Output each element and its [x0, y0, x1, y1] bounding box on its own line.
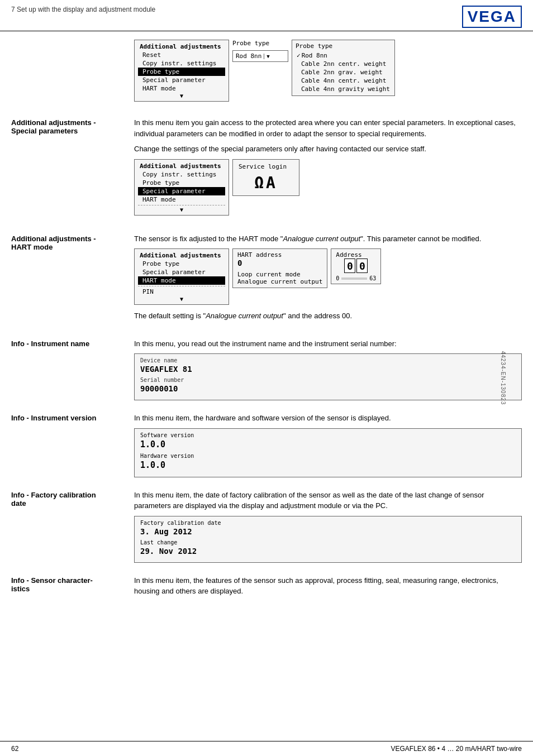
service-login-box: Service login ΩA — [232, 159, 299, 196]
cal-box: Factory calibration date 3. Aug 2012 Las… — [134, 516, 522, 563]
service-menu-special[interactable]: Special parameter — [138, 187, 225, 195]
main-content: Additional adjustments Reset Copy instr.… — [0, 31, 533, 622]
instrument-name-p1: In this menu, you read out the instrumen… — [134, 338, 522, 350]
hart-menu-pin[interactable]: PIN — [138, 288, 225, 296]
side-doc-number: 44234-EN-130823 — [500, 351, 506, 405]
address-digit-0: 0 — [344, 259, 355, 273]
hart-label-line2: HART mode — [11, 243, 126, 251]
hart-menu-arrow: ▼ — [138, 296, 225, 302]
address-digits: 0 0 — [336, 259, 376, 273]
hart-address-box: HART address 0 Loop current mode Analogu… — [232, 248, 327, 288]
service-menu-arrow: ▼ — [138, 207, 225, 213]
instrument-name-body: In this menu, you read out the instrumen… — [134, 338, 522, 401]
menu-item-special[interactable]: Special parameter — [138, 76, 225, 84]
cal-date-label: Factory calibration date — [140, 520, 516, 526]
special-params-label-line1: Additional adjustments - — [11, 118, 126, 127]
address-slider[interactable]: 0 63 — [336, 275, 376, 281]
special-params-p2: Change the settings of the special param… — [134, 143, 522, 155]
menu-item-probe[interactable]: Probe type — [138, 68, 225, 76]
menu-item-reset[interactable]: Reset — [138, 51, 225, 59]
slider-track[interactable] — [341, 277, 367, 280]
service-menu-divider — [138, 205, 225, 205]
device-name-value: VEGAFLEX 81 — [140, 365, 516, 374]
serial-label: Serial number — [140, 377, 516, 383]
page-header: 7 Set up with the display and adjustment… — [0, 0, 533, 31]
factory-cal-body: In this menu item, the date of factory c… — [134, 490, 522, 563]
probe-type-ui-group: Additional adjustments Reset Copy instr.… — [134, 40, 522, 102]
hart-menu-hart[interactable]: HART mode — [138, 276, 225, 285]
dropdown-value: Rod 8nn — [236, 52, 261, 60]
hart-ui-group: Additional adjustments Probe type Specia… — [134, 248, 522, 305]
factory-cal-label: Info - Factory calibration date — [11, 490, 134, 508]
service-menu-title: Additional adjustments — [138, 162, 225, 170]
sensor-char-label-line1: Info - Sensor character- — [11, 576, 126, 585]
footer-product: VEGAFLEX 86 • 4 … 20 mA/HART two-wire — [391, 745, 522, 753]
device-box: Device name VEGAFLEX 81 Serial number 90… — [134, 353, 522, 400]
special-params-label: Additional adjustments - Special paramet… — [11, 117, 134, 135]
special-params-section: Additional adjustments - Special paramet… — [11, 117, 522, 221]
hart-menu-box: Additional adjustments Probe type Specia… — [134, 248, 229, 305]
hart-note: The default setting is "Analogue current… — [134, 310, 522, 322]
address-digit-1: 0 — [356, 259, 368, 273]
service-menu-hart[interactable]: HART mode — [138, 195, 225, 204]
cal-date-value: 3. Aug 2012 — [140, 527, 516, 536]
hart-mode-section: Additional adjustments - HART mode The s… — [11, 233, 522, 326]
factory-cal-label-line1: Info - Factory calibration — [11, 491, 126, 499]
menu-item-hart[interactable]: HART mode — [138, 84, 225, 93]
special-params-label-line2: Special parameters — [11, 127, 126, 135]
option-cable-centr[interactable]: Cable 2nn centr. weight — [296, 60, 391, 68]
instrument-version-section: Info - Instrument version In this menu i… — [11, 413, 522, 477]
sensor-char-section: Info - Sensor character- istics In this … — [11, 575, 522, 601]
probe-type-body: Additional adjustments Reset Copy instr.… — [134, 40, 522, 107]
probe-type-dropdown[interactable]: Rod 8nn ▼ — [232, 50, 288, 62]
hart-mode-label: Additional adjustments - HART mode — [11, 233, 134, 251]
hart-menu-probe[interactable]: Probe type — [138, 260, 225, 268]
hw-label: Hardware version — [140, 453, 516, 459]
probe-type-center: Probe type Rod 8nn ▼ — [232, 40, 288, 62]
option-cable-grav[interactable]: Cable 2nn grav. weight — [296, 68, 391, 76]
slider-min: 0 — [336, 275, 339, 281]
hart-body: The sensor is fix adjusted to the HART m… — [134, 233, 522, 326]
cal-change-value: 29. Nov 2012 — [140, 547, 516, 556]
probe-type-section: Additional adjustments Reset Copy instr.… — [11, 40, 522, 107]
probe-options-title: Probe type — [296, 42, 391, 50]
service-menu-probe[interactable]: Probe type — [138, 179, 225, 187]
option-cable4-centr[interactable]: Cable 4nn centr. weight — [296, 76, 391, 85]
factory-cal-label-line2: date — [11, 499, 126, 508]
menu-arrow-down: ▼ — [138, 93, 225, 99]
option-rod[interactable]: Rod 8nn — [296, 51, 391, 60]
slider-max: 63 — [369, 275, 376, 281]
menu-title: Additional adjustments — [138, 42, 225, 51]
service-login-label: Service login — [239, 163, 293, 170]
instrument-name-label: Info - Instrument name — [11, 338, 134, 348]
sensor-char-p1: In this menu item, the features of the s… — [134, 575, 522, 597]
hart-analog-label: Analogue current output — [237, 278, 322, 285]
cal-change-label: Last change — [140, 539, 516, 546]
factory-cal-p1: In this menu item, the date of factory c… — [134, 490, 522, 511]
service-menu-box: Additional adjustments Copy instr. setti… — [134, 159, 229, 216]
page-footer: 62 VEGAFLEX 86 • 4 … 20 mA/HART two-wire — [0, 741, 533, 756]
special-params-p1: In this menu item you gain access to the… — [134, 117, 522, 139]
sensor-char-body: In this menu item, the features of the s… — [134, 575, 522, 601]
instrument-version-p1: In this menu item, the hardware and soft… — [134, 413, 522, 424]
option-cable4-grav[interactable]: Cable 4nn gravity weight — [296, 85, 391, 93]
hart-addr-label: HART address — [237, 251, 322, 259]
service-login-group: Additional adjustments Copy instr. setti… — [134, 159, 522, 216]
probe-type-menu-box: Additional adjustments Reset Copy instr.… — [134, 40, 229, 102]
address-title: Address — [336, 251, 376, 259]
factory-cal-section: Info - Factory calibration date In this … — [11, 490, 522, 563]
hart-menu-divider — [138, 286, 225, 286]
special-params-body: In this menu item you gain access to the… — [134, 117, 522, 221]
dropdown-arrow: ▼ — [264, 54, 269, 59]
sensor-char-label-line2: istics — [11, 585, 126, 593]
hart-loop-label: Loop current mode — [237, 271, 322, 278]
address-display-box: Address 0 0 0 63 — [331, 248, 381, 284]
service-menu-copy[interactable]: Copy instr. settings — [138, 170, 225, 179]
probe-type-label — [11, 40, 134, 41]
menu-item-copy[interactable]: Copy instr. settings — [138, 59, 225, 68]
serial-value: 90000010 — [140, 384, 516, 393]
sensor-char-label: Info - Sensor character- istics — [11, 575, 134, 593]
probe-type-options-box: Probe type Rod 8nn Cable 2nn centr. weig… — [292, 40, 395, 96]
page-number: 62 — [11, 745, 18, 753]
hart-menu-special[interactable]: Special parameter — [138, 268, 225, 276]
